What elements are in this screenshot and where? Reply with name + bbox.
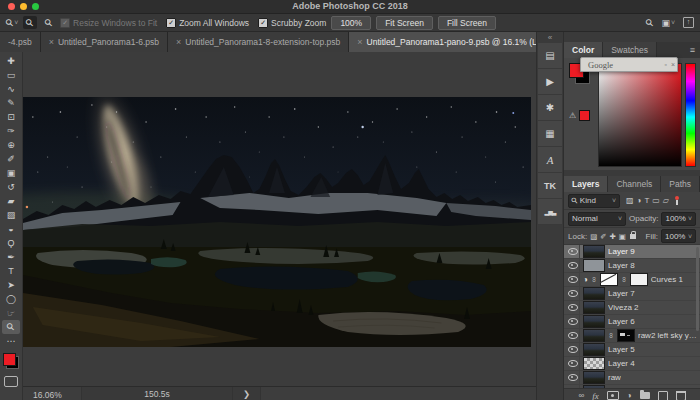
filter-pixel-layers-icon[interactable]: ▨ — [626, 196, 634, 205]
layer-visibility-toggle[interactable] — [566, 287, 580, 300]
dodge-tool[interactable]: Ϙ — [2, 236, 20, 250]
eyedropper-tool[interactable]: ✑ — [2, 124, 20, 138]
layer-visibility-toggle[interactable] — [566, 385, 580, 388]
canvas-photo[interactable] — [23, 97, 531, 347]
zoom-tool[interactable]: ⚲ — [2, 320, 20, 334]
type-tool[interactable]: T — [2, 264, 20, 278]
search-icon[interactable]: ⚲ — [644, 16, 656, 28]
tk-panel-icon[interactable]: TK — [537, 173, 563, 199]
layer-visibility-toggle[interactable] — [566, 301, 580, 314]
layer-style-icon[interactable]: fx — [592, 391, 599, 400]
crop-tool[interactable]: ⊡ — [2, 110, 20, 124]
option-checkbox-0[interactable]: ✓Resize Windows to Fit — [60, 18, 157, 28]
filter-shape-layers-icon[interactable]: ▭ — [652, 196, 660, 205]
layer-thumbnail[interactable] — [583, 301, 605, 314]
layer-visibility-toggle[interactable] — [566, 259, 580, 272]
toolbar-color-chips[interactable] — [2, 352, 20, 370]
option-button-fill-screen[interactable]: Fill Screen — [438, 16, 496, 30]
layers-tab-layers[interactable]: Layers — [564, 176, 608, 192]
layer-row-3[interactable]: Layer 7 — [564, 287, 700, 301]
layer-visibility-toggle[interactable] — [566, 245, 580, 258]
canvas-area[interactable]: 16.06% 150.5s ❯ — [23, 52, 536, 400]
layer-thumbnail[interactable] — [583, 343, 605, 356]
history-brush-tool[interactable]: ↺ — [2, 180, 20, 194]
gradient-tool[interactable]: ▨ — [2, 208, 20, 222]
screen-mode-icon[interactable] — [4, 376, 18, 387]
add-layer-mask-icon[interactable] — [607, 391, 619, 400]
move-tool[interactable]: ✚ — [2, 54, 20, 68]
adjustments-panel-icon[interactable]: ✱ — [537, 95, 563, 121]
document-tab-1[interactable]: ×Untitled_Panorama1-6.psb — [41, 32, 168, 52]
link-layers-icon[interactable]: ∞ — [578, 391, 584, 400]
filter-toggle-pin-icon[interactable] — [674, 196, 679, 205]
layer-mask-thumbnail[interactable] — [617, 329, 635, 342]
zoom-level-field[interactable]: 16.06% — [23, 390, 81, 400]
color-tab-swatches[interactable]: Swatches — [603, 42, 657, 58]
color-panel-menu-icon[interactable]: ≡ — [685, 42, 700, 58]
actions-panel-icon[interactable]: ▶ — [537, 69, 563, 95]
shape-tool[interactable]: ◯ — [2, 292, 20, 306]
status-options-chevron[interactable]: ❯ — [232, 387, 261, 400]
layer-thumbnail[interactable] — [583, 371, 605, 384]
document-tab-2[interactable]: ×Untitled_Panorama1-8-extension-top.psb — [168, 32, 349, 52]
option-checkbox-1[interactable]: ✓Zoom All Windows — [166, 18, 249, 28]
layers-tab-paths[interactable]: Paths — [661, 176, 700, 192]
layer-visibility-toggle[interactable] — [566, 343, 580, 356]
option-button-fit-screen[interactable]: Fit Screen — [376, 16, 433, 30]
opacity-dropdown[interactable]: 100%˅ — [661, 212, 696, 226]
document-tab-3[interactable]: ×Untitled_Panorama1-pano-9.psb @ 16.1% (… — [349, 32, 536, 52]
layer-row-8[interactable]: Layer 4 — [564, 357, 700, 371]
option-checkbox-2[interactable]: ✓Scrubby Zoom — [258, 18, 326, 28]
new-adjustment-layer-icon[interactable]: ◑ — [627, 391, 632, 400]
lasso-tool[interactable]: ∿ — [2, 82, 20, 96]
path-selection-tool[interactable]: ➤ — [2, 278, 20, 292]
color-tab-color[interactable]: Color — [564, 42, 603, 58]
gamut-swatch[interactable] — [579, 110, 590, 121]
brush-tool[interactable]: ✐ — [2, 152, 20, 166]
collapse-dock-icon[interactable]: « — [548, 32, 552, 43]
lock-artboard-icon[interactable]: ▣ — [619, 232, 626, 241]
layer-thumbnail[interactable] — [583, 315, 605, 328]
layer-thumbnail[interactable] — [583, 287, 605, 300]
blur-tool[interactable]: ◒ — [2, 222, 20, 236]
layer-row-7[interactable]: Layer 5 — [564, 343, 700, 357]
layer-row-5[interactable]: Layer 6 — [564, 315, 700, 329]
layer-thumbnail[interactable] — [583, 259, 605, 272]
lock-position-icon[interactable]: ✚ — [610, 232, 616, 241]
minimize-window-button[interactable] — [20, 3, 27, 10]
curves-thumbnail[interactable] — [600, 273, 618, 286]
foreground-color-chip[interactable] — [3, 353, 16, 366]
zoom-window-button[interactable] — [32, 3, 39, 10]
saturation-brightness-field[interactable] — [598, 63, 682, 167]
filter-type-layers-icon[interactable]: T — [644, 196, 649, 205]
layer-thumbnail[interactable] — [583, 357, 605, 370]
pen-tool[interactable]: ✒ — [2, 250, 20, 264]
fill-dropdown[interactable]: 100%˅ — [661, 229, 696, 243]
lock-all-icon[interactable] — [630, 234, 636, 239]
clone-stamp-tool[interactable]: ▣ — [2, 166, 20, 180]
layer-visibility-toggle[interactable] — [566, 315, 580, 328]
active-tool-icon[interactable]: ⚲˅ — [6, 18, 18, 28]
new-layer-icon[interactable] — [658, 391, 668, 400]
layer-visibility-toggle[interactable] — [566, 357, 580, 370]
properties-panel-icon[interactable]: ▤ — [537, 43, 563, 69]
layer-list-scrollbar[interactable] — [696, 247, 699, 331]
close-tab-icon[interactable]: × — [176, 37, 181, 47]
quick-selection-tool[interactable]: ✎ — [2, 96, 20, 110]
healing-brush-tool[interactable]: ⊕ — [2, 138, 20, 152]
character-panel-icon[interactable]: A — [537, 147, 563, 173]
layers-tab-channels[interactable]: Channels — [608, 176, 661, 192]
marquee-tool[interactable]: ▭ — [2, 68, 20, 82]
filter-kind-dropdown[interactable]: ⚲ Kind ˅ — [568, 194, 620, 208]
layer-visibility-toggle[interactable] — [566, 273, 580, 286]
document-tab-0[interactable]: -4.psb — [0, 32, 41, 52]
lock-pixels-icon[interactable]: ✐ — [600, 232, 606, 241]
share-icon[interactable]: ↑ — [683, 17, 694, 28]
edit-toolbar[interactable]: ⋯ — [2, 334, 20, 348]
delete-layer-icon[interactable] — [676, 391, 686, 400]
layer-row-0[interactable]: Layer 9 — [564, 245, 700, 259]
workspace-switcher[interactable]: ▣˅ — [661, 18, 675, 28]
layer-row-9[interactable]: raw — [564, 371, 700, 385]
layer-thumbnail[interactable] — [583, 245, 605, 258]
layer-visibility-toggle[interactable] — [566, 371, 580, 384]
